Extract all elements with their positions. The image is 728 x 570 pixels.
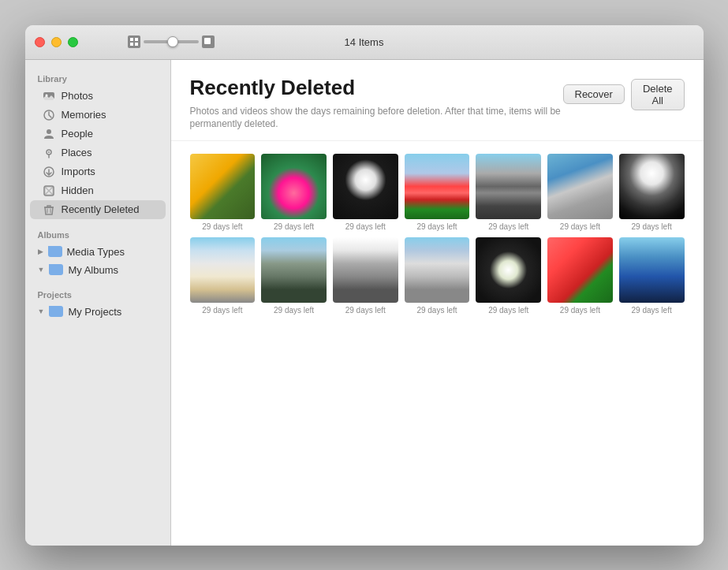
photo-thumbnail	[405, 237, 470, 303]
header-buttons: Recover Delete All	[563, 79, 685, 110]
sidebar-item-hidden[interactable]: Hidden	[30, 181, 166, 200]
list-item[interactable]: 29 days left	[261, 154, 327, 231]
sidebar-item-media-types-label: Media Types	[67, 246, 125, 258]
grid-large-icon	[202, 35, 215, 48]
photo-thumbnail	[547, 154, 613, 219]
traffic-lights	[35, 37, 78, 47]
sidebar: Library Photos	[25, 60, 171, 546]
library-label: Library	[25, 69, 170, 87]
projects-label: Projects	[25, 285, 170, 303]
svg-rect-0	[130, 38, 133, 41]
library-section: Library Photos	[25, 69, 170, 219]
svg-point-8	[47, 129, 51, 134]
window-title: 14 Items	[345, 36, 384, 48]
sidebar-item-memories-label: Memories	[62, 109, 106, 121]
sidebar-item-my-projects-label: My Projects	[68, 306, 121, 318]
my-albums-chevron-icon: ▼	[38, 266, 45, 274]
photo-grid: 29 days left29 days left29 days left29 d…	[190, 154, 685, 314]
photo-thumbnail	[619, 154, 685, 219]
sidebar-item-imports[interactable]: Imports	[30, 162, 166, 181]
titlebar: 14 Items	[25, 25, 704, 60]
photo-thumbnail	[619, 237, 685, 303]
albums-section: Albums ▶ Media Types ▼ My Albums	[25, 225, 170, 279]
days-left-label: 29 days left	[274, 306, 314, 315]
list-item[interactable]: 29 days left	[476, 154, 541, 231]
list-item[interactable]: 29 days left	[405, 154, 470, 231]
list-item[interactable]: 29 days left	[190, 237, 256, 315]
photo-thumbnail	[547, 237, 613, 303]
photo-thumbnail	[333, 237, 398, 303]
sidebar-item-photos[interactable]: Photos	[30, 87, 166, 106]
sidebar-item-imports-label: Imports	[62, 166, 95, 177]
sidebar-item-people[interactable]: People	[30, 125, 166, 143]
maximize-button[interactable]	[68, 37, 78, 47]
list-item[interactable]: 29 days left	[619, 237, 685, 315]
sidebar-item-recently-deleted-label: Recently Deleted	[62, 203, 140, 215]
days-left-label: 29 days left	[202, 222, 242, 231]
sidebar-item-hidden-label: Hidden	[62, 184, 94, 196]
sidebar-item-media-types[interactable]: ▶ Media Types	[25, 243, 170, 261]
sidebar-item-memories[interactable]: Memories	[30, 106, 166, 125]
media-types-chevron-icon: ▶	[38, 248, 43, 255]
svg-rect-3	[135, 43, 138, 46]
svg-point-10	[48, 151, 50, 153]
page-description: Photos and videos show the days remainin…	[190, 105, 563, 132]
sidebar-item-recently-deleted[interactable]: Recently Deleted	[30, 200, 166, 219]
photo-thumbnail	[333, 154, 398, 219]
main-content: Library Photos	[25, 60, 704, 546]
days-left-label: 29 days left	[416, 306, 457, 315]
sidebar-item-my-projects[interactable]: ▼ My Projects	[25, 303, 170, 321]
content-header-left: Recently Deleted Photos and videos show …	[190, 76, 563, 132]
days-left-label: 29 days left	[488, 306, 528, 315]
sidebar-item-my-albums-label: My Albums	[68, 264, 118, 276]
days-left-label: 29 days left	[345, 222, 386, 231]
days-left-label: 29 days left	[632, 222, 672, 231]
imports-icon	[43, 166, 55, 178]
photo-thumbnail	[405, 154, 470, 219]
days-left-label: 29 days left	[345, 306, 386, 315]
list-item[interactable]: 29 days left	[333, 154, 398, 231]
hidden-icon	[43, 184, 55, 197]
trash-icon	[43, 203, 55, 216]
view-controls	[128, 35, 215, 48]
photos-icon	[43, 90, 55, 102]
sidebar-item-my-albums[interactable]: ▼ My Albums	[25, 261, 170, 279]
media-types-folder-icon	[48, 246, 62, 257]
content-header: Recently Deleted Photos and videos show …	[171, 60, 704, 142]
list-item[interactable]: 29 days left	[333, 237, 398, 315]
list-item[interactable]: 29 days left	[405, 237, 470, 315]
grid-small-icon	[128, 35, 140, 48]
app-window: 14 Items Library Photos	[25, 25, 704, 546]
photo-thumbnail	[261, 154, 327, 219]
my-projects-folder-icon	[49, 306, 63, 317]
photo-grid-container: 29 days left29 days left29 days left29 d…	[171, 141, 704, 545]
list-item[interactable]: 29 days left	[547, 154, 613, 231]
days-left-label: 29 days left	[202, 306, 242, 315]
minimize-button[interactable]	[51, 37, 62, 47]
close-button[interactable]	[35, 37, 45, 47]
zoom-slider[interactable]	[144, 40, 199, 43]
svg-rect-1	[135, 38, 138, 41]
sidebar-item-places-label: Places	[62, 147, 92, 158]
sidebar-item-people-label: People	[62, 128, 93, 140]
list-item[interactable]: 29 days left	[547, 237, 613, 315]
days-left-label: 29 days left	[560, 222, 600, 231]
sidebar-item-places[interactable]: Places	[30, 143, 166, 162]
days-left-label: 29 days left	[560, 306, 600, 315]
photo-thumbnail	[476, 154, 541, 219]
svg-rect-2	[130, 43, 133, 46]
list-item[interactable]: 29 days left	[190, 154, 256, 231]
my-albums-folder-icon	[49, 264, 63, 275]
page-title: Recently Deleted	[190, 76, 563, 100]
svg-rect-4	[204, 38, 211, 44]
places-icon	[43, 147, 55, 159]
photo-thumbnail	[190, 154, 256, 219]
projects-section: Projects ▼ My Projects	[25, 285, 170, 321]
list-item[interactable]: 29 days left	[261, 237, 327, 315]
list-item[interactable]: 29 days left	[619, 154, 685, 231]
delete-all-button[interactable]: Delete All	[631, 79, 685, 110]
days-left-label: 29 days left	[416, 222, 457, 231]
memories-icon	[43, 109, 55, 121]
list-item[interactable]: 29 days left	[476, 237, 541, 315]
recover-button[interactable]: Recover	[563, 84, 625, 104]
